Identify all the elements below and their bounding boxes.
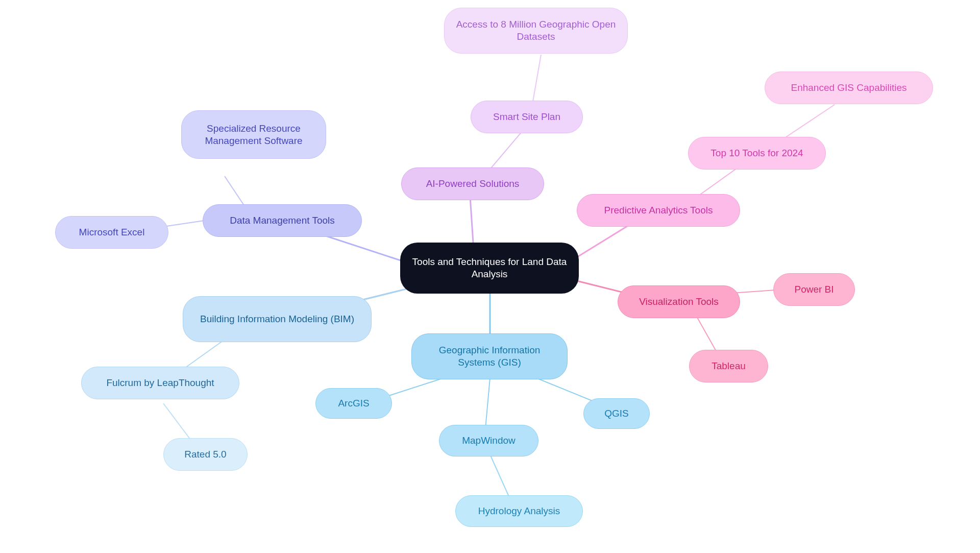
branch-bim[interactable]: Building Information Modeling (BIM) xyxy=(183,296,372,342)
branch-gis[interactable]: Geographic Information Systems (GIS) xyxy=(411,333,568,379)
node-qgis-label: QGIS xyxy=(604,407,629,420)
node-datasets[interactable]: Access to 8 Million Geographic Open Data… xyxy=(444,8,628,54)
node-enhanced-gis[interactable]: Enhanced GIS Capabilities xyxy=(765,71,933,104)
node-specialized[interactable]: Specialized Resource Management Software xyxy=(181,110,326,159)
node-powerbi[interactable]: Power BI xyxy=(773,273,855,306)
node-mapwindow-label: MapWindow xyxy=(462,435,516,447)
root-label: Tools and Techniques for Land Data Analy… xyxy=(411,256,568,280)
node-arcgis-label: ArcGIS xyxy=(338,397,369,410)
node-datasets-label: Access to 8 Million Geographic Open Data… xyxy=(456,18,616,43)
svg-line-7 xyxy=(532,55,541,107)
branch-dm-label: Data Management Tools xyxy=(230,214,335,227)
node-tableau-label: Tableau xyxy=(712,360,746,372)
branch-pa-label: Predictive Analytics Tools xyxy=(604,204,713,217)
node-excel-label: Microsoft Excel xyxy=(79,226,145,238)
node-excel[interactable]: Microsoft Excel xyxy=(55,216,168,249)
node-top10[interactable]: Top 10 Tools for 2024 xyxy=(688,137,826,170)
branch-ai-label: AI-Powered Solutions xyxy=(426,178,520,190)
node-rated[interactable]: Rated 5.0 xyxy=(163,438,248,471)
root-node[interactable]: Tools and Techniques for Land Data Analy… xyxy=(400,243,579,294)
node-qgis[interactable]: QGIS xyxy=(583,398,650,429)
node-enhanced-gis-label: Enhanced GIS Capabilities xyxy=(791,82,906,94)
node-smart-site-label: Smart Site Plan xyxy=(493,111,560,123)
node-mapwindow[interactable]: MapWindow xyxy=(439,425,538,456)
node-hydrology[interactable]: Hydrology Analysis xyxy=(455,495,583,527)
node-top10-label: Top 10 Tools for 2024 xyxy=(710,147,803,159)
branch-dm[interactable]: Data Management Tools xyxy=(203,204,362,237)
branch-vz[interactable]: Visualization Tools xyxy=(618,285,740,318)
node-rated-label: Rated 5.0 xyxy=(184,448,226,461)
branch-bim-label: Building Information Modeling (BIM) xyxy=(200,313,354,325)
branch-ai[interactable]: AI-Powered Solutions xyxy=(401,167,544,200)
svg-line-11 xyxy=(781,105,835,140)
branch-vz-label: Visualization Tools xyxy=(639,296,719,308)
branch-pa[interactable]: Predictive Analytics Tools xyxy=(577,194,740,227)
node-smart-site[interactable]: Smart Site Plan xyxy=(471,101,583,133)
node-fulcrum-label: Fulcrum by LeapThought xyxy=(106,377,214,389)
node-hydrology-label: Hydrology Analysis xyxy=(478,505,560,517)
branch-gis-label: Geographic Information Systems (GIS) xyxy=(423,344,556,369)
node-specialized-label: Specialized Resource Management Software xyxy=(193,123,314,147)
node-tableau[interactable]: Tableau xyxy=(689,350,768,382)
node-fulcrum[interactable]: Fulcrum by LeapThought xyxy=(81,367,239,399)
node-powerbi-label: Power BI xyxy=(794,283,834,296)
node-arcgis[interactable]: ArcGIS xyxy=(315,388,392,419)
mindmap-canvas: Tools and Techniques for Land Data Analy… xyxy=(0,0,980,553)
